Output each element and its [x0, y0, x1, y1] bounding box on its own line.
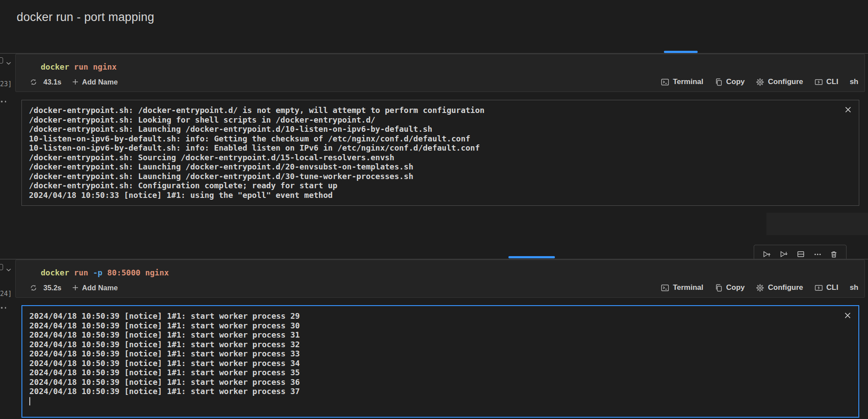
output-line: /docker-entrypoint.sh: Launching /docker…: [29, 162, 852, 172]
copy-label: Copy: [726, 283, 745, 292]
gear-icon: [756, 284, 764, 292]
code-token-args: run: [69, 268, 88, 277]
terminal-icon: [661, 284, 669, 292]
configure-button[interactable]: Configure: [756, 77, 803, 86]
terminal-label: Terminal: [673, 77, 703, 86]
add-name-button[interactable]: Add Name: [72, 284, 118, 292]
code-editor-line[interactable]: docker run nginx: [41, 61, 116, 73]
terminal-output-2[interactable]: 2024/04/18 10:50:39 [notice] 1#1: start …: [21, 305, 859, 418]
cell-kind-icon[interactable]: [0, 264, 3, 270]
chevron-down-icon[interactable]: [6, 266, 11, 274]
run-duration: 43.1s: [43, 78, 61, 86]
cli-bolt-icon: [815, 284, 823, 292]
output-line: /docker-entrypoint.sh: Sourcing /docker-…: [29, 153, 852, 162]
gear-icon: [756, 78, 764, 86]
cli-label: CLI: [826, 283, 838, 292]
cell-status-row: 35.2s Add Name Terminal: [30, 282, 858, 293]
output-line: /docker-entrypoint.sh: Launching /docker…: [29, 172, 852, 181]
run-below-icon[interactable]: [780, 250, 788, 258]
code-token-flag: -p: [88, 268, 102, 277]
dot: [5, 101, 7, 102]
output-line: 2024/04/18 10:50:39 [notice] 1#1: start …: [29, 311, 851, 321]
code-editor-line[interactable]: docker run -p 80:5000 nginx: [41, 267, 169, 278]
cli-bolt-icon: [815, 78, 823, 86]
configure-label: Configure: [768, 77, 803, 86]
close-output-button[interactable]: [843, 311, 852, 320]
cell-actions: Terminal Copy: [661, 77, 858, 86]
terminal-button[interactable]: Terminal: [661, 283, 703, 292]
output-line: 2024/04/18 10:50:39 [notice] 1#1: start …: [29, 377, 851, 387]
output-line: 2024/04/18 10:50:39 [notice] 1#1: start …: [29, 387, 851, 396]
add-name-label: Add Name: [82, 284, 118, 292]
cell-status-row: 43.1s Add Name Terminal: [30, 76, 858, 88]
output-line: 10-listen-on-ipv6-by-default.sh: info: E…: [29, 143, 852, 153]
plus-icon: [72, 284, 79, 291]
dot: [1, 101, 3, 102]
chevron-down-icon[interactable]: [6, 59, 11, 67]
rerun-icon[interactable]: [30, 78, 37, 86]
ellipsis-dots-icon: [1, 307, 6, 309]
output-line: 10-listen-on-ipv6-by-default.sh: info: G…: [29, 134, 852, 144]
hover-highlight: [766, 213, 868, 235]
output-line: 2024/04/18 10:50:33 [notice] 1#1: using …: [29, 190, 852, 200]
cell-kind-icon[interactable]: [0, 57, 3, 63]
run-status: 35.2s Add Name: [30, 284, 118, 292]
shell-type-label[interactable]: sh: [850, 283, 858, 292]
dot: [1, 307, 3, 309]
dot: [5, 307, 7, 309]
plus-icon: [72, 78, 79, 85]
output-line: 2024/04/18 10:50:39 [notice] 1#1: start …: [29, 340, 851, 349]
copy-button[interactable]: Copy: [715, 77, 745, 86]
rerun-icon[interactable]: [30, 284, 37, 292]
output-line: 2024/04/18 10:50:39 [notice] 1#1: start …: [29, 359, 851, 368]
more-icon[interactable]: [814, 251, 822, 258]
terminal-label: Terminal: [673, 283, 703, 292]
insert-cell-indicator[interactable]: [508, 256, 555, 258]
output-line: /docker-entrypoint.sh: /docker-entrypoin…: [29, 106, 852, 115]
delete-cell-icon[interactable]: [830, 250, 838, 258]
output-line: 2024/04/18 10:50:39 [notice] 1#1: start …: [29, 349, 851, 359]
run-status: 43.1s Add Name: [30, 78, 118, 86]
code-token-command: docker: [41, 268, 69, 277]
code-token-args: 80:5000 nginx: [102, 268, 169, 277]
code-token-args: run nginx: [69, 62, 116, 71]
output-line: /docker-entrypoint.sh: Configuration com…: [29, 181, 852, 190]
output-line: /docker-entrypoint.sh: Launching /docker…: [29, 124, 852, 134]
code-token-command: docker: [41, 62, 69, 71]
execution-count: 23]: [0, 80, 12, 88]
copy-icon: [715, 284, 723, 292]
terminal-output-1[interactable]: /docker-entrypoint.sh: /docker-entrypoin…: [21, 100, 859, 206]
configure-label: Configure: [768, 283, 803, 292]
insert-cell-indicator[interactable]: [664, 51, 698, 53]
terminal-icon: [661, 78, 669, 86]
run-above-icon[interactable]: [762, 250, 771, 258]
copy-icon: [715, 78, 723, 86]
cli-label: CLI: [826, 77, 838, 86]
close-output-button[interactable]: [843, 105, 852, 114]
ellipsis-dots-icon: [1, 101, 6, 102]
output-line: 2024/04/18 10:50:39 [notice] 1#1: start …: [29, 330, 851, 340]
add-name-label: Add Name: [82, 78, 118, 86]
shell-type-label[interactable]: sh: [850, 77, 858, 86]
terminal-button[interactable]: Terminal: [661, 77, 703, 86]
page-title: docker run - port mapping: [17, 11, 154, 24]
run-duration: 35.2s: [43, 284, 61, 292]
code-cell-1: docker run nginx 43.1s Add Name: [15, 54, 865, 92]
split-cell-icon[interactable]: [797, 250, 805, 258]
cli-button[interactable]: CLI: [815, 77, 838, 86]
cell-actions: Terminal Copy: [661, 283, 858, 292]
notebook-page: docker run - port mapping docker run ngi…: [0, 0, 868, 419]
add-name-button[interactable]: Add Name: [72, 78, 118, 86]
cli-button[interactable]: CLI: [815, 283, 838, 292]
configure-button[interactable]: Configure: [756, 283, 803, 292]
terminal-cursor: [29, 397, 30, 405]
code-cell-2: docker run -p 80:5000 nginx 35.2s: [15, 260, 865, 298]
output-line: 2024/04/18 10:50:39 [notice] 1#1: start …: [29, 321, 851, 331]
output-line: /docker-entrypoint.sh: Looking for shell…: [29, 115, 852, 125]
output-line: 2024/04/18 10:50:39 [notice] 1#1: start …: [29, 368, 851, 377]
copy-label: Copy: [726, 77, 745, 86]
execution-count: 24]: [0, 290, 12, 298]
copy-button[interactable]: Copy: [715, 283, 745, 292]
terminal-cursor-line: [29, 396, 851, 408]
